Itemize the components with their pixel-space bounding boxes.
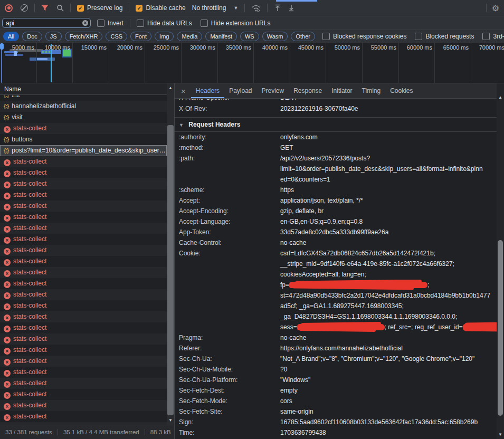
filter-pill-wasm[interactable]: Wasm: [262, 32, 288, 41]
request-row[interactable]: {:}hannahelizabethofficial: [0, 101, 167, 112]
request-row[interactable]: ×stats-collect: [0, 245, 167, 256]
filter-pill-fetch-xhr[interactable]: Fetch/XHR: [65, 32, 103, 41]
checkbox-3rd-party-requests[interactable]: 3rd-party requests: [482, 33, 504, 40]
request-list-scrollbar[interactable]: ▲ ▼: [167, 83, 174, 425]
details-scrollbar[interactable]: ▲ ▼: [497, 83, 504, 439]
request-row[interactable]: ×stats-collect: [0, 201, 167, 212]
scroll-down-icon[interactable]: ▼: [167, 418, 174, 423]
request-row[interactable]: ×stats-collect: [0, 278, 167, 289]
tab-timing[interactable]: Timing: [357, 84, 386, 98]
request-headers-section[interactable]: ▼ Request Headers: [175, 117, 504, 132]
filter-pill-img[interactable]: Img: [155, 32, 174, 41]
filter-pill-media[interactable]: Media: [177, 32, 202, 41]
request-row[interactable]: ×stats-collect: [0, 311, 167, 322]
request-row[interactable]: ×stats-collect: [0, 167, 167, 178]
filter-pill-other[interactable]: Other: [291, 32, 315, 41]
toolbar-divider: [34, 4, 35, 12]
request-name: stats-collect: [13, 291, 46, 298]
filter-pill-all[interactable]: All: [3, 32, 19, 41]
request-row[interactable]: ×stats-collect: [0, 322, 167, 333]
tab-initiator[interactable]: Initiator: [327, 84, 357, 98]
tab-preview[interactable]: Preview: [257, 84, 289, 98]
request-row[interactable]: ×stats-collect: [0, 178, 167, 189]
filter-pill-doc[interactable]: Doc: [22, 32, 42, 41]
clear-filter-icon[interactable]: ×: [82, 20, 88, 26]
request-row[interactable]: ×stats-collect: [0, 267, 167, 278]
error-icon: ×: [4, 193, 11, 199]
filter-pill-manifest[interactable]: Manifest: [205, 32, 237, 41]
json-icon: {:}: [4, 147, 8, 154]
request-row[interactable]: ×stats-collect: [0, 212, 167, 223]
network-conditions-icon[interactable]: [251, 4, 261, 12]
header-row: Sec-Fetch-Mode:cors: [175, 396, 504, 406]
disclosure-triangle-icon[interactable]: ▼: [179, 122, 184, 128]
tab-response[interactable]: Response: [289, 84, 327, 98]
error-icon: ×: [4, 259, 11, 266]
request-row[interactable]: ×stats-collect: [0, 223, 167, 234]
request-row[interactable]: {:}visit: [0, 112, 167, 123]
request-row[interactable]: ×stats-collect: [0, 189, 167, 201]
filter-pill-font[interactable]: Font: [130, 32, 151, 41]
header-row: X-Of-Rev: 202312261916-30670fa40e: [175, 103, 504, 114]
request-row[interactable]: ×stats-collect: [0, 333, 167, 345]
preserve-log-checkbox[interactable]: ✓ Preserve log: [77, 4, 122, 12]
request-row[interactable]: ×stats-collect: [0, 378, 167, 389]
scroll-up-icon[interactable]: ▲: [497, 95, 504, 100]
filter-icon[interactable]: [41, 5, 49, 12]
disable-cache-checkbox[interactable]: ✓ Disable cache: [136, 4, 185, 12]
import-har-icon[interactable]: [274, 4, 281, 12]
filter-pill-css[interactable]: CSS: [106, 32, 127, 41]
header-name: :path:: [179, 153, 280, 185]
chevron-down-icon[interactable]: ▼: [233, 5, 238, 11]
hide-extension-urls-checkbox[interactable]: Hide extension URLs: [201, 20, 271, 27]
filter-pill-js[interactable]: JS: [45, 32, 62, 41]
scrollbar-thumb[interactable]: [167, 125, 174, 415]
name-column-header[interactable]: Name: [0, 83, 174, 95]
error-icon: ×: [4, 281, 11, 288]
request-row[interactable]: ×stats-collect: [0, 356, 167, 367]
record-icon[interactable]: [5, 4, 13, 12]
invert-checkbox[interactable]: Invert: [97, 20, 123, 27]
request-row[interactable]: ×stats-collect: [0, 389, 167, 400]
request-row[interactable]: ×stats-collect: [0, 256, 167, 267]
hide-data-urls-checkbox[interactable]: Hide data URLs: [137, 20, 192, 27]
request-row[interactable]: ×stats-collect: [0, 156, 167, 167]
request-row[interactable]: ×stats-collect: [0, 289, 167, 300]
request-row[interactable]: ×stats-collect: [0, 123, 167, 134]
request-row[interactable]: ×stats-collect: [0, 411, 167, 422]
scroll-up-icon[interactable]: ▲: [167, 85, 174, 90]
request-row[interactable]: ×stats-collect: [0, 345, 167, 356]
network-overview-timeline[interactable]: 5000 ms10000 ms15000 ms20000 ms25000 ms3…: [0, 43, 504, 83]
throttling-select[interactable]: No throttling: [192, 4, 226, 12]
request-row[interactable]: ×stats-collect: [0, 400, 167, 411]
close-icon[interactable]: ×: [175, 87, 191, 96]
toolbar-divider: [244, 4, 245, 12]
request-row[interactable]: {:}init: [0, 96, 167, 101]
checkbox-label: Blocked response cookies: [333, 33, 406, 40]
settings-gear-icon[interactable]: ⚙: [492, 3, 499, 13]
request-row[interactable]: ×stats-collect: [0, 300, 167, 311]
request-name: stats-collect: [13, 180, 46, 187]
header-value: same-origin: [280, 406, 504, 417]
filter-input[interactable]: [2, 18, 91, 28]
filter-pill-ws[interactable]: WS: [240, 32, 259, 41]
error-icon: ×: [4, 381, 11, 388]
request-row[interactable]: ×stats-collect: [0, 234, 167, 245]
search-icon[interactable]: [56, 4, 64, 12]
tab-headers[interactable]: Headers: [191, 84, 224, 98]
tab-payload[interactable]: Payload: [224, 84, 256, 98]
checkbox-blocked-response-cookies[interactable]: Blocked response cookies: [322, 33, 406, 40]
header-value: cors: [280, 396, 504, 406]
checkbox-blocked-requests[interactable]: Blocked requests: [415, 33, 474, 40]
scroll-down-icon[interactable]: ▼: [497, 432, 504, 437]
request-row[interactable]: {:}buttons: [0, 134, 167, 145]
checkbox-checked-icon: ✓: [77, 5, 84, 12]
request-row[interactable]: {:}posts?limit=10&order=publish_date_des…: [0, 145, 167, 156]
request-row[interactable]: ×stats-collect: [0, 367, 167, 378]
tab-cookies[interactable]: Cookies: [385, 84, 417, 98]
clear-network-log-icon[interactable]: [21, 4, 28, 12]
header-value: no-cache: [280, 237, 504, 248]
export-har-icon[interactable]: [288, 4, 295, 12]
header-value: GET: [280, 142, 504, 153]
scrollbar-thumb[interactable]: [498, 240, 503, 416]
